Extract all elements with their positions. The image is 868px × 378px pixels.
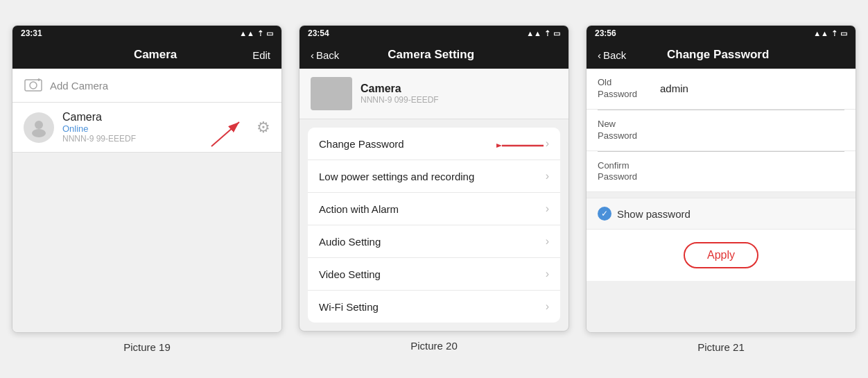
phone3-nav-bar: ‹ Back Change Password xyxy=(587,41,856,69)
chevron-icon-4: › xyxy=(546,268,549,280)
settings-item-video[interactable]: Video Setting › xyxy=(308,258,560,291)
form-row-old-password: OldPassword xyxy=(587,69,856,110)
camera-avatar xyxy=(24,112,54,143)
form-section: OldPassword NewPassword ConfirmPassword xyxy=(587,69,856,192)
phone3-content: OldPassword NewPassword ConfirmPassword xyxy=(587,69,856,332)
phone1-status-bar: 23:31 ▲▲ ⇡ ▭ xyxy=(12,26,281,41)
phone1-content: Add Camera Camera Online NNNN-9 99-EEEDF xyxy=(12,69,281,332)
show-password-checkbox[interactable]: ✓ xyxy=(598,207,611,221)
chevron-icon-3: › xyxy=(546,235,549,248)
confirm-password-input[interactable] xyxy=(660,166,844,178)
settings-item-wifi[interactable]: Wi-Fi Setting › xyxy=(308,291,560,323)
chevron-icon-0: › xyxy=(546,137,549,150)
add-camera-row[interactable]: Add Camera xyxy=(12,69,281,103)
wifi-icon2: ⇡ xyxy=(544,29,550,38)
new-password-label: NewPassword xyxy=(598,119,660,142)
show-password-row[interactable]: ✓ Show password xyxy=(587,198,856,230)
back-chevron-icon: ‹ xyxy=(311,49,314,61)
phone3-nav-title: Change Password xyxy=(667,48,769,62)
phone1-nav-bar: Camera Edit xyxy=(12,41,281,69)
old-password-input[interactable] xyxy=(660,83,844,94)
wifi-icon3: ⇡ xyxy=(831,29,837,38)
battery-icon3: ▭ xyxy=(840,29,847,38)
form-row-confirm-password: ConfirmPassword xyxy=(587,152,856,193)
phone1-wrap: 23:31 ▲▲ ⇡ ▭ Camera Edit xyxy=(12,25,282,353)
phone2-wrap: 23:54 ▲▲ ⇡ ▭ ‹ Back Camera Setting xyxy=(299,25,569,352)
camera-list-item[interactable]: Camera Online NNNN-9 99-EEEDF xyxy=(12,103,281,153)
form-row-new-password: NewPassword xyxy=(587,110,856,151)
settings-item-label-0: Change Password xyxy=(319,138,404,150)
phone1-nav-title: Camera xyxy=(134,48,177,62)
phone2-camera-name: Camera xyxy=(361,83,439,95)
phone2-back-label: Back xyxy=(316,49,339,61)
svg-point-1 xyxy=(30,82,37,89)
settings-item-label-4: Video Setting xyxy=(319,268,381,280)
chevron-icon-1: › xyxy=(546,170,549,182)
gear-icon[interactable]: ⚙ xyxy=(257,119,270,137)
battery-icon2: ▭ xyxy=(553,29,560,38)
phone1-time: 23:31 xyxy=(21,28,42,38)
chevron-icon-2: › xyxy=(546,203,549,215)
apply-button[interactable]: Apply xyxy=(684,242,758,268)
settings-item-label-3: Audio Setting xyxy=(319,236,381,248)
red-arrow-1 xyxy=(208,115,257,150)
show-password-label: Show password xyxy=(617,208,691,220)
confirm-password-label: ConfirmPassword xyxy=(598,160,660,184)
settings-item-low-power[interactable]: Low power settings and recording › xyxy=(308,160,560,193)
back-chevron-icon3: ‹ xyxy=(598,49,601,61)
phone3-time: 23:56 xyxy=(595,28,616,38)
phone1-status-icons: ▲▲ ⇡ ▭ xyxy=(239,29,273,38)
settings-item-label-5: Wi-Fi Setting xyxy=(319,301,379,313)
phone3-back-button[interactable]: ‹ Back xyxy=(598,49,626,61)
phone2-camera-info: Camera NNNN-9 099-EEEDF xyxy=(361,83,439,105)
phone2-camera-id: NNNN-9 099-EEEDF xyxy=(361,95,439,105)
signal-icon3: ▲▲ xyxy=(813,29,828,37)
phone2-caption: Picture 20 xyxy=(410,340,458,352)
phone2-settings-list: Change Password › xyxy=(308,128,560,323)
svg-point-5 xyxy=(32,129,46,137)
chevron-icon-5: › xyxy=(546,300,549,313)
phone2-back-button[interactable]: ‹ Back xyxy=(311,49,339,61)
phone3-status-bar: 23:56 ▲▲ ⇡ ▭ xyxy=(587,26,856,41)
add-camera-label: Add Camera xyxy=(50,80,108,92)
phone3-caption: Picture 21 xyxy=(697,341,745,353)
phone3-wrap: 23:56 ▲▲ ⇡ ▭ ‹ Back Change Password xyxy=(586,25,856,353)
settings-item-action-alarm[interactable]: Action with Alarm › xyxy=(308,193,560,225)
phone3-status-icons: ▲▲ ⇡ ▭ xyxy=(813,29,847,38)
old-password-label: OldPassword xyxy=(598,77,660,101)
new-password-input[interactable] xyxy=(660,124,844,136)
phone1: 23:31 ▲▲ ⇡ ▭ Camera Edit xyxy=(12,25,282,333)
wifi-icon: ⇡ xyxy=(257,29,263,38)
signal-icon2: ▲▲ xyxy=(526,29,541,37)
phone1-edit-button[interactable]: Edit xyxy=(252,49,270,61)
red-arrow-2 xyxy=(496,136,545,155)
phone2-time: 23:54 xyxy=(308,28,329,38)
phone2-nav-title: Camera Setting xyxy=(388,48,474,62)
phone2: 23:54 ▲▲ ⇡ ▭ ‹ Back Camera Setting xyxy=(299,25,569,332)
settings-item-label-1: Low power settings and recording xyxy=(319,171,474,182)
phone3: 23:56 ▲▲ ⇡ ▭ ‹ Back Change Password xyxy=(586,25,856,333)
phone2-nav-bar: ‹ Back Camera Setting xyxy=(300,41,568,69)
phone2-status-icons: ▲▲ ⇡ ▭ xyxy=(526,29,560,38)
apply-row: Apply xyxy=(587,230,856,281)
battery-icon: ▭ xyxy=(266,29,273,38)
phone1-caption: Picture 19 xyxy=(123,341,171,353)
signal-icon: ▲▲ xyxy=(239,29,254,37)
phone2-status-bar: 23:54 ▲▲ ⇡ ▭ xyxy=(300,26,568,41)
camera-thumbnail xyxy=(311,77,352,110)
settings-item-change-password[interactable]: Change Password › xyxy=(308,128,560,160)
settings-item-label-2: Action with Alarm xyxy=(319,203,399,215)
screenshots-row: 23:31 ▲▲ ⇡ ▭ Camera Edit xyxy=(12,25,856,353)
settings-item-audio[interactable]: Audio Setting › xyxy=(308,225,560,258)
svg-point-4 xyxy=(35,121,43,129)
add-camera-icon xyxy=(24,77,43,94)
check-icon: ✓ xyxy=(601,209,608,218)
phone3-back-label: Back xyxy=(603,49,626,61)
bottom-spacer xyxy=(587,281,856,302)
phone2-camera-header: Camera NNNN-9 099-EEEDF xyxy=(300,69,568,119)
